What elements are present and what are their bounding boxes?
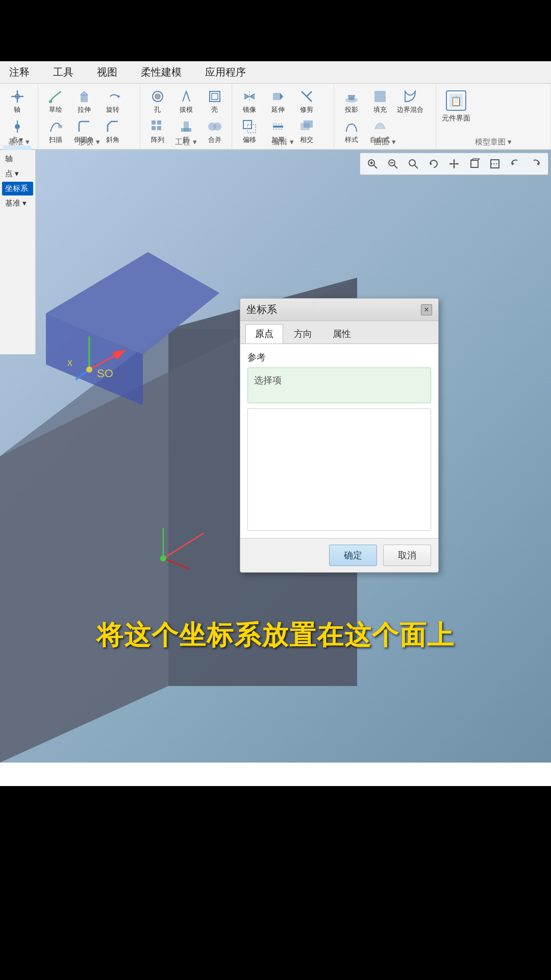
svg-text:📋: 📋: [450, 95, 462, 107]
axis-label: 轴: [14, 106, 20, 114]
menu-item-app[interactable]: 应用程序: [201, 63, 250, 81]
svg-point-56: [160, 555, 166, 561]
extend-label: 延伸: [271, 106, 285, 114]
menu-item-flex[interactable]: 柔性建模: [137, 63, 186, 81]
rotate-btn[interactable]: [424, 155, 443, 173]
sweep-icon: [46, 117, 65, 136]
sidebar-item-axis[interactable]: 轴: [2, 152, 33, 166]
menu-item-tools[interactable]: 工具: [49, 63, 78, 81]
svg-text:x: x: [67, 357, 72, 368]
rib-icon: [177, 117, 195, 136]
svg-rect-22: [157, 120, 161, 125]
ribbon-group-surface: 投影 填充 边界混合: [334, 84, 436, 149]
edit-label: 编辑 ▾: [232, 137, 334, 147]
tool-trim[interactable]: 修剪: [292, 86, 320, 115]
axis-icon: [8, 87, 27, 106]
tab-direction[interactable]: 方向: [284, 324, 322, 344]
svg-marker-68: [453, 166, 455, 168]
model-label: 模型章图 ▾: [436, 137, 550, 147]
svg-point-50: [86, 366, 92, 373]
dialog-close-btn[interactable]: ×: [421, 304, 432, 315]
trim-icon: [297, 87, 316, 106]
dialog-tabs: 原点 方向 属性: [240, 321, 438, 344]
svg-point-10: [49, 100, 52, 103]
svg-rect-11: [81, 95, 88, 102]
menu-item-annotation[interactable]: 注释: [5, 63, 34, 81]
tool-extrude[interactable]: 拉伸: [70, 86, 98, 115]
tab-properties[interactable]: 属性: [323, 324, 361, 344]
revolve-label: 旋转: [106, 106, 119, 114]
svg-rect-29: [273, 93, 280, 100]
draft-icon: [177, 87, 195, 106]
svg-marker-13: [118, 95, 120, 98]
freestyle-icon: [371, 117, 389, 136]
svg-rect-19: [210, 91, 220, 102]
sidebar-item-datum[interactable]: 基准 ▾: [2, 197, 33, 210]
dialog-ok-btn[interactable]: 确定: [329, 545, 377, 566]
tool-revolve[interactable]: 旋转: [98, 86, 127, 115]
ribbon-group-engineering: 孔 拔模 壳 阵列: [140, 84, 232, 149]
offset-icon: [240, 117, 259, 136]
shell-label: 壳: [211, 106, 218, 114]
tool-component-interface[interactable]: 📋 元件界面: [439, 86, 473, 138]
component-interface-label: 元件界面: [442, 114, 470, 123]
tab-origin[interactable]: 原点: [245, 324, 283, 344]
sidebar-item-point[interactable]: 点 ▾: [2, 167, 33, 181]
pan-btn[interactable]: [445, 155, 463, 173]
svg-marker-12: [81, 91, 88, 95]
sidebar-item-csys[interactable]: 坐标系: [2, 182, 33, 195]
viewport[interactable]: SO x: [0, 150, 551, 763]
svg-rect-20: [212, 93, 218, 100]
tool-project[interactable]: 投影: [337, 86, 365, 115]
mirror-icon: [240, 87, 259, 106]
dialog-select-placeholder: 选择项: [254, 375, 282, 385]
point-icon: [8, 117, 27, 136]
pattern-icon: [148, 117, 167, 136]
dialog-footer: 确定 取消: [240, 538, 438, 572]
svg-point-28: [213, 122, 221, 131]
svg-line-58: [374, 165, 378, 169]
zoom-out-btn[interactable]: [384, 155, 402, 173]
dialog-cancel-btn[interactable]: 取消: [383, 545, 431, 566]
svg-marker-30: [280, 93, 283, 100]
hole-label: 孔: [154, 106, 161, 114]
dialog-titlebar: 坐标系 ×: [240, 299, 438, 321]
redo-btn[interactable]: [527, 155, 545, 173]
dialog-section-label: 参考: [247, 351, 431, 363]
tool-sketch[interactable]: 草绘: [41, 86, 69, 115]
svg-text:SO: SO: [97, 367, 113, 380]
hole-icon: [148, 87, 167, 106]
mirror-label: 镜像: [243, 106, 256, 114]
ribbon-group-edit: 镜像 延伸 修剪 偏移: [232, 84, 334, 149]
section-btn[interactable]: [486, 155, 504, 173]
svg-marker-67: [453, 159, 455, 161]
shape-label: 形状 ▾: [38, 137, 140, 147]
tool-boundary-blend[interactable]: 边界混合: [394, 86, 426, 115]
tool-fill[interactable]: 填充: [366, 86, 394, 115]
view3d-btn[interactable]: [465, 155, 484, 173]
black-bar-top: [0, 0, 551, 61]
tool-axis[interactable]: 轴: [3, 86, 31, 115]
dialog-title: 坐标系: [246, 303, 277, 316]
surface-tools: 投影 填充 边界混合: [337, 86, 433, 145]
svg-rect-14: [58, 125, 62, 128]
menu-item-view[interactable]: 视图: [93, 63, 121, 81]
menu-bar: 注释 工具 视图 柔性建模 应用程序: [0, 61, 551, 84]
undo-btn[interactable]: [506, 155, 524, 173]
boundary-blend-icon: [401, 87, 419, 106]
tool-draft[interactable]: 拔模: [172, 86, 200, 115]
zoom-fit-btn[interactable]: [404, 155, 422, 173]
style-icon: [342, 117, 361, 136]
engineering-label: 工程 ▾: [140, 137, 232, 147]
dialog-select-area[interactable]: 选择项: [247, 368, 431, 403]
trim-label: 修剪: [300, 106, 313, 114]
fill-label: 填充: [373, 106, 387, 114]
tool-extend[interactable]: 延伸: [264, 86, 292, 115]
tool-shell[interactable]: 壳: [201, 86, 229, 115]
revolve-icon: [104, 87, 122, 106]
zoom-in-btn[interactable]: [363, 155, 382, 173]
project-label: 投影: [345, 106, 358, 114]
tool-mirror[interactable]: 镜像: [235, 86, 263, 115]
svg-marker-69: [449, 163, 452, 165]
tool-hole[interactable]: 孔: [143, 86, 171, 115]
